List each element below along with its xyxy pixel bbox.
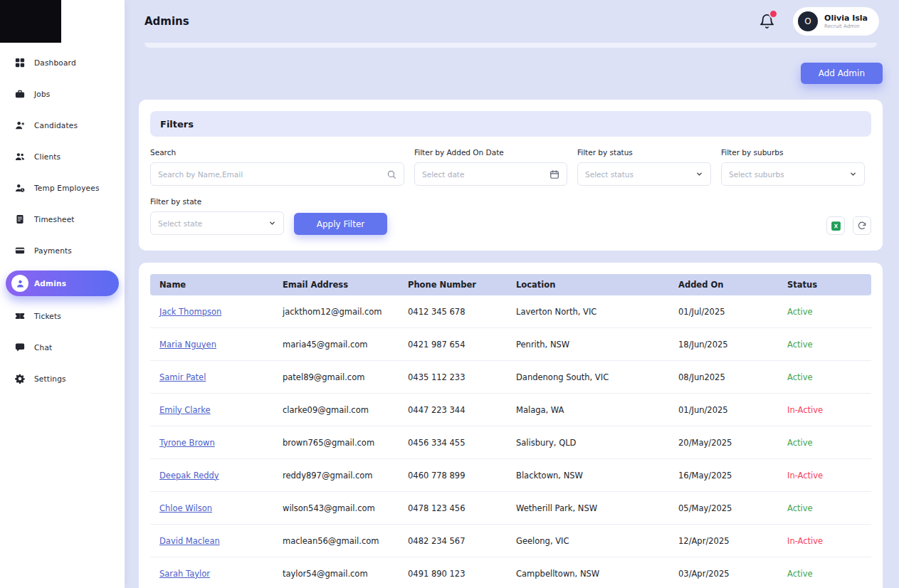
sidebar-item-timesheet[interactable]: Timesheet xyxy=(6,208,119,231)
status-text: In-Active xyxy=(778,536,871,546)
column-header-phone: Phone Number xyxy=(399,280,507,290)
admin-name-link[interactable]: Tyrone Brown xyxy=(159,438,215,448)
suburbs-filter-label: Filter by suburbs xyxy=(721,148,865,157)
state-select[interactable]: Select state xyxy=(150,211,284,235)
location-cell: Wetherill Park, NSW xyxy=(507,503,669,513)
sidebar: Dashboard Jobs Candidates Clients Temp E… xyxy=(0,0,125,588)
search-input[interactable] xyxy=(158,170,387,179)
suburbs-select[interactable]: Select suburbs xyxy=(721,162,865,186)
phone-cell: 0460 778 899 xyxy=(399,471,507,481)
admin-name-link[interactable]: Sarah Taylor xyxy=(159,569,210,579)
admin-name-link[interactable]: Chloe Wilson xyxy=(159,503,212,513)
sidebar-item-clients[interactable]: Clients xyxy=(6,145,119,168)
location-cell: Geelong, VIC xyxy=(507,536,669,546)
status-text: Active xyxy=(778,307,871,317)
credit-card-icon xyxy=(11,242,28,259)
added-on-cell: 05/May/2025 xyxy=(669,503,778,513)
admin-name-link[interactable]: Jack Thompson xyxy=(159,307,221,317)
table-row: Sarah Taylor taylor54@gmail.com 0491 890… xyxy=(150,557,871,588)
table-header-row: Name Email Address Phone Number Location… xyxy=(150,274,871,295)
status-text: Active xyxy=(778,503,871,513)
search-field xyxy=(150,162,404,186)
sidebar-item-admins[interactable]: Admins xyxy=(6,271,119,296)
added-on-cell: 01/Jul/2025 xyxy=(669,307,778,317)
sidebar-item-label: Admins xyxy=(34,279,66,288)
sidebar-item-label: Timesheet xyxy=(34,215,75,224)
column-header-status: Status xyxy=(778,280,871,290)
admin-name-link[interactable]: Samir Patel xyxy=(159,372,206,382)
email-cell: jackthom12@gmail.com xyxy=(273,307,399,317)
sidebar-item-chat[interactable]: Chat xyxy=(6,336,119,359)
phone-cell: 0412 345 678 xyxy=(399,307,507,317)
admin-name-link[interactable]: David Maclean xyxy=(159,536,220,546)
sidebar-item-tickets[interactable]: Tickets xyxy=(6,305,119,327)
sidebar-item-settings[interactable]: Settings xyxy=(6,367,119,390)
location-cell: Penrith, NSW xyxy=(507,340,669,350)
status-text: Active xyxy=(778,569,871,579)
added-on-cell: 18/Jun/2025 xyxy=(669,340,778,350)
status-select[interactable]: Select status xyxy=(577,162,711,186)
sidebar-item-temp-employees[interactable]: Temp Employees xyxy=(6,177,119,199)
page-title: Admins xyxy=(144,15,189,28)
search-icon xyxy=(387,169,396,179)
location-cell: Campbelltown, NSW xyxy=(507,569,669,579)
column-header-location: Location xyxy=(507,280,669,290)
admin-name-link[interactable]: Deepak Reddy xyxy=(159,471,219,481)
filters-card: Filters Search Filter by Added On Date xyxy=(139,100,883,251)
sidebar-item-label: Tickets xyxy=(34,312,61,320)
phone-cell: 0491 890 123 xyxy=(399,569,507,579)
sidebar-item-jobs[interactable]: Jobs xyxy=(6,83,119,105)
date-filter-label: Filter by Added On Date xyxy=(414,148,567,157)
export-excel-button[interactable] xyxy=(826,216,845,235)
admin-name-link[interactable]: Maria Nguyen xyxy=(159,340,216,350)
email-cell: maria45@gmail.com xyxy=(273,340,399,350)
sidebar-item-candidates[interactable]: Candidates xyxy=(6,114,119,137)
dashboard-icon xyxy=(11,54,28,71)
logo xyxy=(0,0,61,43)
avatar: O xyxy=(798,11,818,31)
calendar-icon xyxy=(550,169,559,179)
app-root: Dashboard Jobs Candidates Clients Temp E… xyxy=(0,0,899,588)
gear-icon xyxy=(11,370,28,387)
sidebar-item-payments[interactable]: Payments xyxy=(6,239,119,262)
notifications-button[interactable] xyxy=(757,12,776,31)
phone-cell: 0447 223 344 xyxy=(399,405,507,415)
email-cell: taylor54@gmail.com xyxy=(273,569,399,579)
chevron-down-icon xyxy=(849,170,857,178)
action-row: Add Admin xyxy=(139,63,883,84)
header-right: O Olivia Isla Recruit Admin xyxy=(757,7,879,36)
column-header-added-on: Added On xyxy=(669,280,778,290)
phone-cell: 0435 112 233 xyxy=(399,372,507,382)
ticket-icon xyxy=(11,308,28,325)
user-role: Recruit Admin xyxy=(824,23,868,30)
table-row: Tyrone Brown brown765@gmail.com 0456 334… xyxy=(150,426,871,459)
filters-row-2: Filter by state Select state Apply Filte… xyxy=(150,197,871,235)
sidebar-nav: Dashboard Jobs Candidates Clients Temp E… xyxy=(0,43,125,390)
status-text: In-Active xyxy=(778,471,871,481)
sidebar-item-label: Temp Employees xyxy=(34,184,100,192)
phone-cell: 0478 123 456 xyxy=(399,503,507,513)
phone-cell: 0456 334 455 xyxy=(399,438,507,448)
status-text: Active xyxy=(778,340,871,350)
admin-name-link[interactable]: Emily Clarke xyxy=(159,405,211,415)
state-select-value: Select state xyxy=(158,219,268,228)
column-header-email: Email Address xyxy=(273,280,399,290)
sidebar-item-label: Jobs xyxy=(34,90,50,98)
added-on-cell: 03/Apr/2025 xyxy=(669,569,778,579)
filters-header: Filters xyxy=(150,111,871,137)
location-cell: Dandenong South, VIC xyxy=(507,372,669,382)
refresh-button[interactable] xyxy=(853,216,871,235)
apply-filter-button[interactable]: Apply Filter xyxy=(294,213,387,235)
location-cell: Laverton North, VIC xyxy=(507,307,669,317)
date-field xyxy=(414,162,567,186)
email-cell: wilson543@gmail.com xyxy=(273,503,399,513)
refresh-icon xyxy=(857,221,867,231)
add-admin-button[interactable]: Add Admin xyxy=(801,63,883,84)
sidebar-item-dashboard[interactable]: Dashboard xyxy=(6,51,119,74)
added-on-cell: 16/May/2025 xyxy=(669,471,778,481)
person-plus-icon xyxy=(11,117,28,134)
user-menu[interactable]: O Olivia Isla Recruit Admin xyxy=(793,7,879,36)
date-input[interactable] xyxy=(422,170,550,179)
state-filter-label: Filter by state xyxy=(150,197,284,206)
added-on-cell: 20/May/2025 xyxy=(669,438,778,448)
